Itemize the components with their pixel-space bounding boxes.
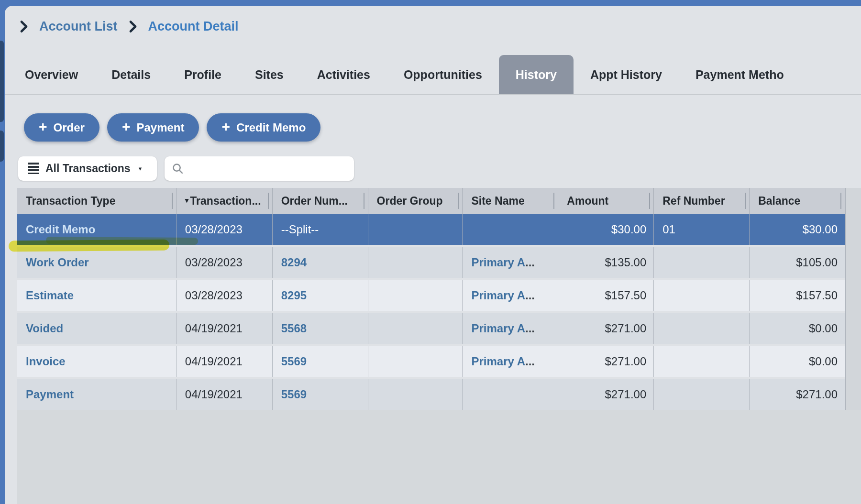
left-scroll-indicator[interactable] xyxy=(0,41,4,122)
app-window: Account List Account Detail OverviewDeta… xyxy=(0,0,861,504)
column-resize-handle[interactable] xyxy=(649,193,650,209)
amount-cell: $271.00 xyxy=(558,346,654,377)
search-icon xyxy=(171,162,184,175)
button-label: Order xyxy=(54,121,85,134)
transaction-type-cell: Work Order xyxy=(17,247,177,278)
add-payment-button[interactable]: +Payment xyxy=(107,113,199,142)
column-resize-handle[interactable] xyxy=(268,193,269,209)
order-number-cell: 5569 xyxy=(273,379,368,410)
column-header-transaction-type[interactable]: Transaction Type xyxy=(17,188,177,214)
column-resize-handle[interactable] xyxy=(172,193,173,209)
column-header-transaction[interactable]: ▾Transaction... xyxy=(177,188,273,214)
site-name-link[interactable]: Primary A xyxy=(471,289,525,302)
column-header-label: Site Name xyxy=(471,195,524,208)
table-row[interactable]: Voided04/19/20215568Primary A...$271.00$… xyxy=(17,313,845,344)
transactions-filter-label: All Transactions xyxy=(45,162,131,175)
order-number-link[interactable]: 8295 xyxy=(281,289,307,302)
table-row[interactable]: Invoice04/19/20215569Primary A...$271.00… xyxy=(17,346,845,377)
transactions-filter-dropdown[interactable]: All Transactions ▾ xyxy=(18,156,157,181)
balance-cell: $157.50 xyxy=(750,280,845,311)
table-row[interactable]: Credit Memo03/28/2023--Split--$30.0001$3… xyxy=(17,214,845,245)
toolbar: +Order+Payment+Credit Memo xyxy=(24,113,320,142)
column-header-label: Transaction Type xyxy=(26,195,115,208)
tab-history[interactable]: History xyxy=(499,55,574,94)
transaction-type-link[interactable]: Estimate xyxy=(26,289,74,302)
order-number-cell: 8295 xyxy=(273,280,368,311)
column-header-balance[interactable]: Balance xyxy=(750,188,845,214)
site-name-cell xyxy=(463,214,558,245)
tab-appt-history[interactable]: Appt History xyxy=(574,55,679,94)
table-row[interactable]: Work Order03/28/20238294Primary A...$135… xyxy=(17,247,845,278)
left-scroll-indicator[interactable] xyxy=(0,131,4,162)
transaction-type-link[interactable]: Voided xyxy=(26,322,63,335)
tab-opportunities[interactable]: Opportunities xyxy=(387,55,499,94)
table-row[interactable]: Payment04/19/20215569$271.00$271.00 xyxy=(17,379,845,410)
balance-cell: $271.00 xyxy=(750,379,845,410)
order-number-link[interactable]: 5568 xyxy=(281,322,307,335)
plus-icon: + xyxy=(39,120,47,134)
column-header-site-name[interactable]: Site Name xyxy=(463,188,558,214)
truncation-ellipsis: ... xyxy=(525,355,535,368)
column-header-order-num[interactable]: Order Num... xyxy=(273,188,368,214)
column-resize-handle[interactable] xyxy=(840,193,841,209)
column-resize-handle[interactable] xyxy=(553,193,554,209)
add-credit-memo-button[interactable]: +Credit Memo xyxy=(207,113,320,142)
chevron-down-icon: ▾ xyxy=(139,165,142,172)
transactions-table: Transaction Type▾Transaction...Order Num… xyxy=(17,188,845,410)
column-header-label: Order Group xyxy=(377,195,443,208)
amount-cell: $157.50 xyxy=(558,280,654,311)
ref-number-cell: 01 xyxy=(654,214,750,245)
amount-cell: $135.00 xyxy=(558,247,654,278)
plus-icon: + xyxy=(122,120,131,134)
site-name-link[interactable]: Primary A xyxy=(471,256,525,269)
button-label: Payment xyxy=(136,121,184,134)
column-header-label: Balance xyxy=(758,195,800,208)
column-header-amount[interactable]: Amount xyxy=(558,188,654,214)
site-name-cell: Primary A... xyxy=(463,346,558,377)
add-order-button[interactable]: +Order xyxy=(24,113,99,142)
tab-profile[interactable]: Profile xyxy=(167,55,238,94)
transaction-date-cell: 04/19/2021 xyxy=(177,346,273,377)
chevron-right-icon xyxy=(128,20,138,33)
column-header-order-group[interactable]: Order Group xyxy=(368,188,463,214)
tab-sites[interactable]: Sites xyxy=(238,55,300,94)
button-label: Credit Memo xyxy=(236,121,306,134)
plus-icon: + xyxy=(221,120,230,134)
amount-cell: $271.00 xyxy=(558,379,654,410)
order-number-link[interactable]: 5569 xyxy=(281,355,307,368)
column-header-ref-number[interactable]: Ref Number xyxy=(654,188,750,214)
column-resize-handle[interactable] xyxy=(745,193,746,209)
site-name-cell: Primary A... xyxy=(463,247,558,278)
transaction-type-link[interactable]: Invoice xyxy=(26,355,66,368)
tab-payment-metho[interactable]: Payment Metho xyxy=(679,55,801,94)
table-empty-area xyxy=(17,410,861,504)
order-number-cell: 8294 xyxy=(273,247,368,278)
column-header-label: Ref Number xyxy=(662,195,725,208)
table-row[interactable]: Estimate03/28/20238295Primary A...$157.5… xyxy=(17,280,845,311)
order-group-cell xyxy=(368,379,463,410)
order-number-link[interactable]: 8294 xyxy=(281,256,307,269)
breadcrumb-account-detail[interactable]: Account Detail xyxy=(148,19,239,34)
order-number-link[interactable]: 5569 xyxy=(281,388,307,401)
transaction-date-cell: 04/19/2021 xyxy=(177,313,273,344)
tab-overview[interactable]: Overview xyxy=(8,55,95,94)
transaction-type-link[interactable]: Work Order xyxy=(26,256,89,269)
transaction-type-link[interactable]: Credit Memo xyxy=(26,223,95,236)
site-name-link[interactable]: Primary A xyxy=(471,322,525,335)
ref-number-cell xyxy=(654,247,750,278)
search-input[interactable] xyxy=(189,162,347,175)
column-resize-handle[interactable] xyxy=(458,193,459,209)
chevron-right-icon xyxy=(19,20,29,33)
transaction-type-cell: Estimate xyxy=(17,280,177,311)
site-name-link[interactable]: Primary A xyxy=(471,355,525,368)
column-resize-handle[interactable] xyxy=(364,193,364,209)
breadcrumb-account-list[interactable]: Account List xyxy=(39,19,118,34)
column-header-label: Amount xyxy=(567,195,608,208)
column-header-label: Transaction... xyxy=(190,195,261,208)
tab-activities[interactable]: Activities xyxy=(300,55,387,94)
tab-details[interactable]: Details xyxy=(95,55,167,94)
order-number-cell: 5568 xyxy=(273,313,368,344)
transaction-type-link[interactable]: Payment xyxy=(26,388,74,401)
amount-cell: $30.00 xyxy=(558,214,654,245)
transaction-date-cell: 04/19/2021 xyxy=(177,379,273,410)
